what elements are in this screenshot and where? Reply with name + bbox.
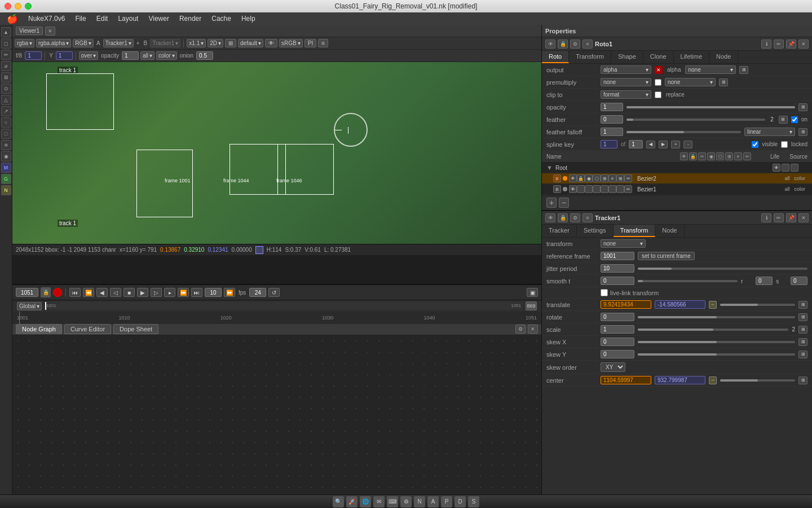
roto-featherfalloff-slider[interactable] (626, 131, 741, 133)
menu-help[interactable]: Help (237, 14, 260, 24)
A-tracker-dropdown[interactable]: Tracker1▾ (103, 39, 134, 47)
roto-tab-clone[interactable]: Clone (643, 51, 674, 63)
tool-arrow[interactable]: ▲ (1, 27, 11, 37)
dock-system-prefs[interactable]: ⚙ (400, 496, 412, 507)
tool-g[interactable]: G (1, 174, 11, 184)
menu-viewer[interactable]: Viewer (144, 14, 173, 24)
root-expand[interactable]: ▼ (546, 164, 553, 171)
bezier2-lock[interactable]: 🔒 (577, 174, 585, 182)
step-input[interactable]: 10 (205, 288, 222, 297)
minimize-button[interactable] (15, 3, 21, 10)
zoom-dropdown[interactable]: x1.1▾ (187, 39, 206, 47)
tracker-panel-menu[interactable]: ≡ (582, 213, 593, 222)
bezier2-i3[interactable]: ⊞ (601, 174, 608, 182)
tracker-tab-settings[interactable]: Settings (577, 225, 614, 237)
roto-close-btn[interactable]: ✕ (798, 40, 809, 49)
fast-forward-btn[interactable]: ⏩ (224, 288, 235, 297)
roto-premultiply-dropdown[interactable]: none▾ (601, 78, 651, 86)
tracker-scale-nav[interactable]: ⊞ (798, 326, 807, 334)
channel-dropdown[interactable]: rgba▾ (15, 39, 34, 47)
tracker-s-input[interactable]: 0 (791, 277, 807, 285)
tracker-center-nav[interactable]: ⊞ (798, 376, 807, 384)
tracker-center-link[interactable]: ↔ (709, 376, 717, 384)
fps-input[interactable]: 24 (249, 288, 266, 297)
projection-dropdown[interactable]: 2D▾ (208, 39, 223, 47)
roto-opacity-input[interactable]: 1 (601, 103, 623, 111)
bezier1-color[interactable] (563, 187, 567, 191)
lock-btn[interactable]: 🔒 (41, 287, 51, 297)
next-step-btn[interactable]: ▷ (151, 288, 162, 297)
roto-featherfalloff-input[interactable]: 1 (601, 128, 623, 136)
tool-rect[interactable]: □ (1, 129, 11, 139)
f-input[interactable]: 1 (25, 51, 42, 60)
roto-opacity-nav[interactable]: ⊞ (798, 103, 807, 111)
tool-clone[interactable]: ⊙ (1, 84, 11, 94)
tracker-jitter-input[interactable]: 10 (601, 264, 634, 273)
loop-btn[interactable]: ↺ (268, 288, 280, 297)
roto-tab-roto[interactable]: Roto (542, 51, 569, 63)
roto-panel-settings[interactable]: ⚙ (570, 40, 580, 49)
tracker-translate-slider[interactable] (720, 304, 795, 306)
roto-edit-btn[interactable]: ✏ (774, 40, 784, 49)
bezier2-i2[interactable]: ⬡ (593, 174, 601, 182)
roto-feather-on-check[interactable] (791, 116, 798, 123)
roto-splinekey-nav2[interactable]: ▶ (659, 141, 668, 148)
tracker-translate-link[interactable]: ↔ (709, 301, 717, 309)
next-btn[interactable]: ▸ (164, 288, 175, 297)
root-extra[interactable] (791, 164, 798, 172)
tracker-tab-tracker[interactable]: Tracker (542, 225, 577, 237)
roto-tab-transform[interactable]: Transform (569, 51, 611, 63)
bezier1-i2[interactable] (593, 185, 601, 193)
bezier1-i1[interactable] (585, 185, 593, 193)
roto-falloff-type-dropdown[interactable]: linear▾ (744, 128, 795, 136)
prev-btn[interactable]: ◀ (96, 288, 108, 297)
roto-panel-lock[interactable]: 🔒 (558, 40, 568, 49)
node-canvas[interactable]: Fairy_Rig_Removal.38...0pn Read1 Tracker… (12, 335, 541, 494)
tracker-skewy-input[interactable]: 0 (601, 350, 634, 358)
tracker-center-y-input[interactable]: 932.799987 (655, 376, 705, 384)
tracker-center-x-input[interactable]: 1104.59997 (601, 376, 651, 384)
tracker-smooth-input[interactable]: 0 (601, 277, 634, 285)
tracker-panel-settings[interactable]: ⚙ (570, 213, 580, 222)
record-button[interactable] (53, 288, 62, 297)
root-eye[interactable]: 👁 (773, 164, 780, 172)
roto-falloff-nav[interactable]: ⊞ (798, 128, 807, 136)
layers-c5-icon[interactable]: ✏ (743, 152, 751, 160)
tracker-rotate-slider[interactable] (638, 316, 795, 318)
tracker-jitter-slider[interactable] (638, 268, 807, 270)
tracker-edit-btn[interactable]: ✏ (774, 213, 784, 222)
play-btn[interactable]: ▶ (137, 288, 148, 297)
layer-row-bezier2[interactable]: B 👁 🔒 ◉ ⬡ ⊞ ≡ ⊞ ✏ Bezier2 all color (542, 173, 812, 184)
viewer-extra2-btn[interactable]: ≡ (318, 39, 328, 47)
tool-warp[interactable]: ≋ (1, 140, 11, 150)
tracker-panel-lock[interactable]: 🔒 (558, 213, 568, 222)
tracker-tab-transform[interactable]: Transform (614, 225, 656, 237)
dock-app2[interactable]: A (427, 496, 439, 507)
layers-c1-icon[interactable]: ◉ (707, 152, 715, 160)
dock-launchpad[interactable]: 🚀 (346, 496, 358, 507)
tracker-translate-nav[interactable]: ⊞ (798, 301, 807, 309)
roto-feather-input[interactable]: 0 (601, 115, 623, 124)
opacity-input[interactable]: 1 (122, 51, 139, 60)
tool-bezier[interactable]: ↗ (1, 106, 11, 116)
onion-input[interactable]: 0.5 (196, 51, 213, 60)
tab-node-graph[interactable]: Node Graph (16, 324, 62, 334)
bezier2-i4[interactable]: ≡ (608, 174, 616, 182)
bezier1-i3[interactable] (601, 185, 608, 193)
roto-splinekey-nav1[interactable]: ◀ (646, 141, 655, 148)
tracker-pin-btn[interactable]: 📌 (786, 213, 796, 222)
dock-app5[interactable]: S (468, 496, 479, 507)
tab-curve-editor[interactable]: Curve Editor (64, 324, 111, 334)
dock-mail[interactable]: ✉ (373, 496, 385, 507)
tool-nuke[interactable]: N (1, 185, 11, 195)
layers-eye-icon[interactable]: 👁 (680, 152, 688, 160)
roto-splinekey-rem[interactable]: - (683, 141, 692, 148)
menu-nuke[interactable]: NukeX7.0v6 (24, 14, 69, 24)
node-graph-close[interactable]: ✕ (528, 325, 538, 334)
roto-panel-menu[interactable]: ≡ (582, 40, 593, 49)
bezier1-type-icon[interactable]: B (553, 185, 561, 193)
tab-dope-sheet[interactable]: Dope Sheet (113, 324, 158, 334)
tool-eraser[interactable]: ⊞ (1, 72, 11, 82)
roto-tab-node[interactable]: Node (709, 51, 738, 63)
color-dropdown[interactable]: color▾ (156, 51, 177, 60)
